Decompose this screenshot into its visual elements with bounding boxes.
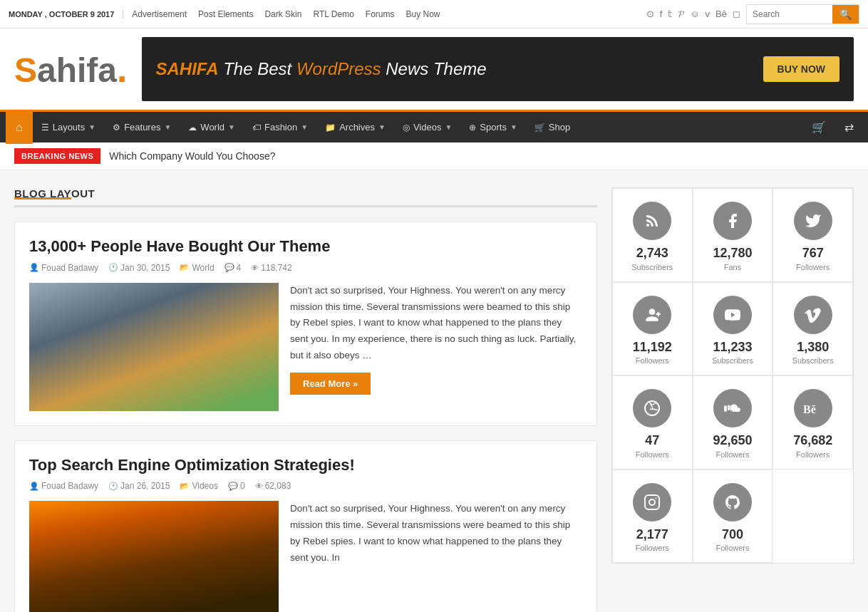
sports-arrow: ▼ <box>510 123 517 131</box>
views-icon-2: 👁 <box>255 482 263 490</box>
youtube-label: Subscribers <box>712 356 753 365</box>
date-icon-2: 🕐 <box>108 482 118 491</box>
facebook-count: 12,780 <box>713 246 752 261</box>
post-meta-2: 👤 Fouad Badawy 🕐 Jan 26, 2015 📂 Videos 💬… <box>29 481 582 491</box>
shop-icon: 🛒 <box>534 123 545 133</box>
cart-icon[interactable]: 🛒 <box>803 111 835 144</box>
sports-icon: ⊕ <box>469 123 476 133</box>
vimeo-label: Subscribers <box>792 356 834 365</box>
read-more-button-1[interactable]: Read More » <box>290 373 371 395</box>
post-title-1[interactable]: 13,000+ People Have Bought Our Theme <box>29 237 582 257</box>
date-icon-1: 🕐 <box>108 263 118 272</box>
nav-item-videos[interactable]: ◎ Videos ▼ <box>394 111 460 144</box>
author-icon-2: 👤 <box>29 482 39 491</box>
category-icon-2: 📂 <box>180 482 190 491</box>
soundcloud-count: 92,650 <box>713 433 752 449</box>
rss-label: Subscribers <box>631 263 673 271</box>
behance-icon[interactable]: Bē <box>715 9 727 19</box>
instagram-icon[interactable]: ◻ <box>733 9 740 19</box>
category-icon-1: 📂 <box>180 263 190 272</box>
social-cell-behance[interactable]: Bē 76,682 Followers <box>773 375 853 470</box>
social-cell-youtube[interactable]: 11,233 Subscribers <box>693 282 773 376</box>
behance-count: 76,682 <box>793 433 832 449</box>
post-category-1[interactable]: 📂 World <box>180 263 214 273</box>
nav-item-fashion[interactable]: 🏷 Fashion ▼ <box>244 111 316 144</box>
breaking-news-text[interactable]: Which Company Would You Choose? <box>109 150 275 162</box>
github-count: 700 <box>722 527 743 543</box>
world-arrow: ▼ <box>228 123 235 131</box>
rss-count: 2,743 <box>636 246 668 261</box>
soundcloud-circle-icon <box>713 389 752 427</box>
nav-label-features: Features <box>124 122 160 133</box>
shuffle-icon[interactable]: ⇄ <box>836 111 862 144</box>
fashion-arrow: ▼ <box>301 123 308 131</box>
top-bar: MONDAY , OCTOBER 9 2017 Advertisement Po… <box>0 0 868 28</box>
googleplus-label: Followers <box>636 356 669 365</box>
github-circle-icon <box>713 483 752 522</box>
rss-icon[interactable]: ⊙ <box>646 9 654 19</box>
post-title-2[interactable]: Top Search Engine Optimization Strategie… <box>29 455 582 476</box>
social-cell-googleplus[interactable]: 11,192 Followers <box>612 282 693 376</box>
nav-right-actions: 🛒 ⇄ <box>803 111 862 144</box>
nav-home-button[interactable]: ⌂ <box>6 111 33 144</box>
logo-s: S <box>14 51 37 89</box>
top-nav-buy-now[interactable]: Buy Now <box>405 9 440 19</box>
nav-label-sports: Sports <box>480 122 507 133</box>
stumbleupon-icon[interactable]: ☺ <box>690 9 699 19</box>
top-nav-rtl-demo[interactable]: RTL Demo <box>313 9 353 19</box>
pinterest-icon[interactable]: 𝓟 <box>678 9 684 20</box>
comments-icon-2: 💬 <box>228 482 238 491</box>
top-nav-post-elements[interactable]: Post Elements <box>198 9 253 19</box>
world-icon: ☁ <box>188 123 197 133</box>
top-nav-dark-skin[interactable]: Dark Skin <box>264 9 301 19</box>
twitter-label: Followers <box>796 263 830 271</box>
social-follow-grid: 2,743 Subscribers 12,780 Fans 767 Follow… <box>611 187 854 564</box>
svg-rect-3 <box>645 495 659 509</box>
post-author-2: 👤 Fouad Badawy <box>29 481 98 491</box>
search-input[interactable] <box>747 6 832 22</box>
top-nav-advertisement[interactable]: Advertisement <box>132 9 187 19</box>
main-wrapper: BLOG LAYOUT 13,000+ People Have Bought O… <box>0 173 868 612</box>
nav-item-archives[interactable]: 📁 Archives ▼ <box>316 111 394 144</box>
banner-buy-button[interactable]: BUY NOW <box>763 56 839 82</box>
nav-item-layouts[interactable]: ☰ Layouts ▼ <box>33 111 104 144</box>
top-nav-forums[interactable]: Forums <box>366 9 395 19</box>
blog-post-2: Top Search Engine Optimization Strategie… <box>14 440 597 612</box>
videos-arrow: ▼ <box>445 123 452 131</box>
blog-post-1: 13,000+ People Have Bought Our Theme 👤 F… <box>14 222 597 426</box>
nav-label-layouts: Layouts <box>53 122 86 133</box>
post-image-1 <box>29 283 279 411</box>
svg-point-5 <box>656 497 657 499</box>
facebook-label: Fans <box>724 263 741 271</box>
layouts-arrow: ▼ <box>88 123 95 131</box>
twitter-icon[interactable]: 𝕥 <box>668 9 672 19</box>
post-views-1: 👁 118,742 <box>251 263 291 273</box>
nav-item-shop[interactable]: 🛒 Shop <box>526 111 579 144</box>
search-button[interactable]: 🔍 <box>832 5 859 24</box>
content-area: BLOG LAYOUT 13,000+ People Have Bought O… <box>14 187 597 612</box>
social-cell-twitter[interactable]: 767 Followers <box>773 188 853 282</box>
post-views-2: 👁 62,083 <box>255 481 291 491</box>
social-cell-soundcloud[interactable]: 92,650 Followers <box>693 375 773 470</box>
social-cell-vimeo[interactable]: 1,380 Subscribers <box>773 282 853 376</box>
social-cell-facebook[interactable]: 12,780 Fans <box>693 188 773 282</box>
svg-point-0 <box>646 224 649 227</box>
date-display: MONDAY , OCTOBER 9 2017 <box>9 10 123 19</box>
nav-item-sports[interactable]: ⊕ Sports ▼ <box>460 111 525 144</box>
nav-label-videos: Videos <box>413 122 442 133</box>
social-cell-dribbble[interactable]: 47 Followers <box>612 375 693 470</box>
social-cell-github[interactable]: 700 Followers <box>693 470 773 564</box>
post-category-2[interactable]: 📂 Videos <box>180 481 217 491</box>
site-logo[interactable]: Sahifa. <box>14 51 128 88</box>
header-banner[interactable]: SAHIFA The Best WordPress News Theme BUY… <box>142 37 854 101</box>
social-cell-instagram[interactable]: 2,177 Followers <box>612 470 693 564</box>
social-cell-rss[interactable]: 2,743 Subscribers <box>612 188 693 282</box>
nav-item-world[interactable]: ☁ World ▼ <box>180 111 244 144</box>
social-icons-top: ⊙ f 𝕥 𝓟 ☺ v Bē ◻ <box>646 9 740 20</box>
twitter-count: 767 <box>802 246 824 261</box>
nav-item-features[interactable]: ⚙ Features ▼ <box>104 111 180 144</box>
features-arrow: ▼ <box>164 123 171 131</box>
vimeo-icon[interactable]: v <box>706 9 711 19</box>
facebook-icon[interactable]: f <box>660 9 663 19</box>
archives-arrow: ▼ <box>378 123 386 131</box>
